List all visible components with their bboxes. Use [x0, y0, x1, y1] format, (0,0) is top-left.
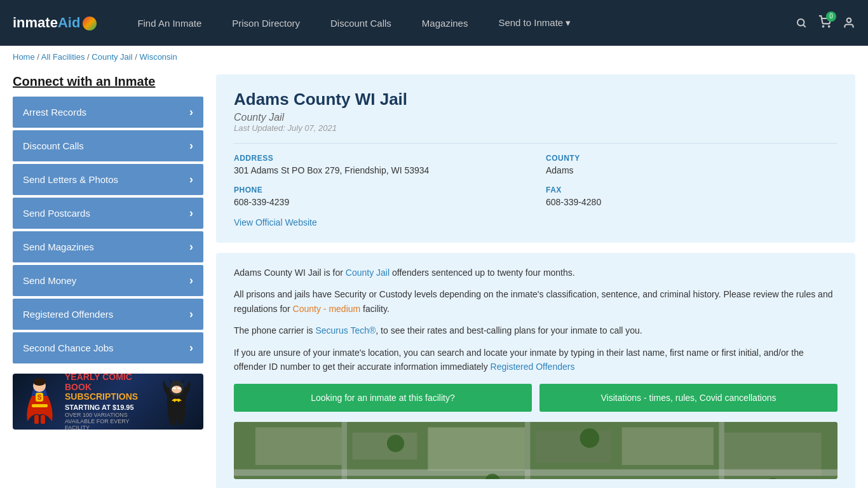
address-label: ADDRESS — [234, 154, 526, 163]
sidebar-label: Send Magazines — [23, 241, 94, 252]
ad-hero-figure: S — [20, 377, 58, 426]
svg-point-30 — [387, 435, 404, 452]
svg-rect-22 — [428, 428, 525, 471]
svg-line-1 — [803, 25, 805, 27]
phone-label: PHONE — [234, 186, 526, 194]
svg-point-0 — [797, 19, 804, 26]
address-block: ADDRESS 301 Adams St PO Box 279, Friends… — [234, 154, 526, 175]
chevron-right-icon: › — [189, 240, 193, 254]
svg-point-7 — [33, 378, 46, 386]
batman-icon — [161, 377, 193, 426]
sidebar-label: Send Money — [23, 275, 76, 286]
svg-point-3 — [829, 25, 830, 27]
svg-rect-11 — [41, 415, 45, 424]
map-roads-svg — [234, 422, 837, 479]
phone-block: PHONE 608-339-4239 — [234, 186, 526, 207]
desc-p1: Adams County WI Jail is for County Jail … — [234, 266, 837, 280]
chevron-right-icon: › — [189, 105, 193, 119]
map-preview — [234, 422, 837, 479]
desc-p2: All prisons and jails have Security or C… — [234, 287, 837, 316]
svg-rect-24 — [622, 428, 714, 465]
ad-batman-figure — [158, 377, 196, 426]
breadcrumb-all-facilities[interactable]: All Facilities — [41, 52, 85, 62]
fax-block: FAX 608-339-4280 — [546, 186, 837, 207]
nav-links: Find An Inmate Prison Directory Discount… — [122, 0, 796, 46]
sidebar-label: Discount Calls — [23, 140, 84, 151]
nav-find-inmate[interactable]: Find An Inmate — [122, 0, 217, 46]
sidebar-item-arrest-records[interactable]: Arrest Records › — [13, 97, 203, 128]
cart-badge: 0 — [826, 11, 836, 22]
breadcrumb: Home / All Facilities / County Jail / Wi… — [0, 46, 868, 68]
phone-value: 608-339-4239 — [234, 197, 526, 207]
svg-point-4 — [847, 18, 851, 23]
search-button[interactable] — [796, 17, 807, 29]
sidebar-item-send-letters[interactable]: Send Letters & Photos › — [13, 164, 203, 195]
sidebar-item-send-magazines[interactable]: Send Magazines › — [13, 231, 203, 262]
ad-title-line1: YEARLY COMIC BOOK — [65, 374, 151, 392]
facility-updated: Last Updated: July 07, 2021 — [234, 123, 837, 133]
facility-name: Adams County WI Jail — [234, 90, 837, 109]
ad-tagline: OVER 100 VARIATIONS AVAILABLE FOR EVERY … — [65, 412, 151, 430]
breadcrumb-county-jail[interactable]: County Jail — [92, 52, 132, 62]
main-layout: Connect with an Inmate Arrest Records › … — [0, 68, 868, 488]
nav-send-to-inmate[interactable]: Send to Inmate ▾ — [483, 0, 586, 46]
logo[interactable]: inmateAid — [13, 15, 97, 31]
cart-button[interactable]: 0 — [818, 15, 831, 31]
svg-rect-17 — [172, 416, 176, 425]
chevron-right-icon: › — [189, 207, 193, 220]
svg-rect-26 — [234, 470, 837, 476]
facility-card: Adams County WI Jail County Jail Last Up… — [216, 74, 855, 243]
county-medium-link[interactable]: County - medium — [293, 304, 361, 314]
user-button[interactable] — [843, 17, 855, 29]
sidebar-item-send-money[interactable]: Send Money › — [13, 265, 203, 296]
official-website-link[interactable]: View Official Website — [234, 217, 317, 227]
nav-discount-calls[interactable]: Discount Calls — [315, 0, 407, 46]
desc-p3: The phone carrier is Securus Tech®, to s… — [234, 323, 837, 337]
svg-rect-18 — [178, 416, 182, 425]
nav-magazines[interactable]: Magazines — [407, 0, 484, 46]
fax-label: FAX — [546, 186, 837, 194]
chevron-right-icon: › — [189, 341, 193, 355]
county-block: COUNTY Adams — [546, 154, 837, 175]
ad-title-line2: SUBSCRIPTIONS — [65, 392, 151, 402]
logo-text: inmateAid — [13, 15, 97, 31]
breadcrumb-wisconsin[interactable]: Wisconsin — [139, 52, 177, 62]
registered-offenders-link[interactable]: Registered Offenders — [491, 362, 575, 372]
address-value: 301 Adams St PO Box 279, Friendship, WI … — [234, 165, 526, 175]
facility-description: Adams County WI Jail is for County Jail … — [216, 253, 855, 488]
sidebar-ad[interactable]: S YEARLY COMIC BOOK SUBSCRIPTIONS STARTI… — [13, 374, 203, 430]
sidebar-label: Send Letters & Photos — [23, 174, 118, 185]
ad-text: YEARLY COMIC BOOK SUBSCRIPTIONS STARTING… — [65, 374, 151, 430]
nav-prison-directory[interactable]: Prison Directory — [217, 0, 315, 46]
svg-rect-27 — [342, 422, 347, 479]
superman-icon: S — [22, 377, 57, 426]
main-content: Adams County WI Jail County Jail Last Up… — [216, 74, 855, 488]
sidebar-label: Registered Offenders — [23, 309, 113, 320]
sidebar-title: Connect with an Inmate — [13, 74, 203, 89]
facility-info-grid: ADDRESS 301 Adams St PO Box 279, Friends… — [234, 143, 837, 207]
svg-point-32 — [580, 429, 600, 449]
svg-text:S: S — [37, 394, 41, 401]
chevron-right-icon: › — [189, 173, 193, 186]
county-jail-link[interactable]: County Jail — [346, 268, 390, 278]
ad-price: STARTING AT $19.95 — [65, 403, 151, 411]
facility-type: County Jail — [234, 112, 837, 123]
chevron-right-icon: › — [189, 139, 193, 152]
sidebar-item-second-chance-jobs[interactable]: Second Chance Jobs › — [13, 332, 203, 363]
breadcrumb-home[interactable]: Home — [13, 52, 35, 62]
svg-rect-12 — [32, 404, 48, 407]
visitations-button[interactable]: Visitations - times, rules, Covid cancel… — [539, 384, 837, 412]
action-buttons: Looking for an inmate at this facility? … — [234, 384, 837, 412]
nav-right: 0 — [796, 15, 855, 31]
sidebar-item-registered-offenders[interactable]: Registered Offenders › — [13, 299, 203, 330]
svg-point-15 — [172, 388, 176, 390]
fax-value: 608-339-4280 — [546, 197, 837, 207]
find-inmate-button[interactable]: Looking for an inmate at this facility? — [234, 384, 532, 412]
svg-point-16 — [177, 388, 181, 390]
securus-tech-link[interactable]: Securus Tech® — [315, 325, 376, 336]
sidebar-item-discount-calls[interactable]: Discount Calls › — [13, 130, 203, 161]
svg-rect-21 — [353, 433, 417, 459]
sidebar-item-send-postcards[interactable]: Send Postcards › — [13, 198, 203, 229]
sidebar-label: Arrest Records — [23, 107, 86, 118]
desc-p4: If you are unsure of your inmate's locat… — [234, 346, 837, 374]
